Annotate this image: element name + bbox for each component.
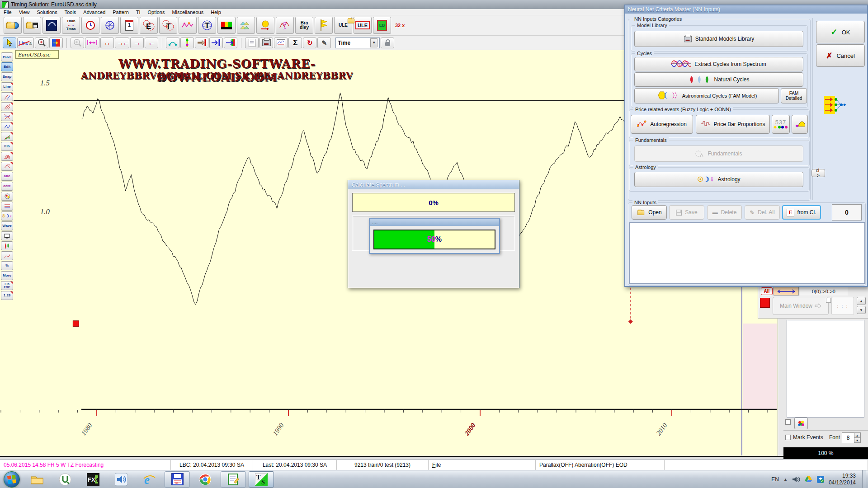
tool-screen[interactable] <box>1 231 13 240</box>
tool-line[interactable]: Line <box>1 82 13 91</box>
tool-wave[interactable]: Wave <box>1 221 13 230</box>
bicolor-flag-button[interactable] <box>49 38 63 48</box>
downloader-button[interactable] <box>42 17 61 34</box>
astrology-button[interactable]: ☉☽☿ Astrology <box>634 172 803 187</box>
taskbar-internet-explorer[interactable]: e <box>137 471 162 488</box>
flag-button[interactable] <box>315 17 333 34</box>
pole-button[interactable] <box>180 38 194 48</box>
cl-button[interactable]: cl-> <box>811 169 825 177</box>
stop-square[interactable] <box>760 298 770 308</box>
spectrum-inner-title[interactable]: .... <box>370 219 499 226</box>
chevron-down-icon[interactable]: ▼ <box>370 38 377 47</box>
tool-cross-lines[interactable] <box>1 112 13 121</box>
tool-panel[interactable]: Panel <box>1 52 13 61</box>
font-spin-arrows[interactable]: ▲▼ <box>854 433 860 443</box>
icon-row-checkbox[interactable] <box>785 419 791 425</box>
tmin-tmax-button[interactable]: Tmin←→Tmax <box>62 17 80 34</box>
print-button[interactable] <box>259 38 273 48</box>
taskbar-backup-64[interactable]: 64 <box>165 471 190 488</box>
spectrum-dialog-title[interactable]: Calculate Spectrum ... <box>348 180 519 189</box>
tool-percent[interactable]: % <box>1 261 13 270</box>
nn-dialog-title[interactable]: Neural Net Criteria Master (NN Inputs) <box>625 5 867 14</box>
save-nn-button[interactable]: Save <box>669 205 704 220</box>
natural-cycles-button[interactable]: Natural Cycles <box>634 72 803 87</box>
tool-fib-exp[interactable]: FibEXP <box>1 281 13 290</box>
save-button[interactable] <box>23 17 41 34</box>
taskbar-volume-app[interactable] <box>108 471 134 488</box>
start-button[interactable] <box>4 471 20 488</box>
taskbar-chrome[interactable] <box>193 471 218 488</box>
main-window-button[interactable]: Main Window <box>773 297 829 315</box>
standard-models-button[interactable]: Standard Models Library <box>634 31 803 47</box>
all-button[interactable]: All <box>761 287 773 295</box>
clock[interactable]: 19:33 04/12/2014 <box>829 473 858 486</box>
taskbar-fx-tool[interactable]: FX4 <box>80 471 106 488</box>
ephemeris-button[interactable]: E <box>140 17 158 34</box>
mark-events-checkbox[interactable] <box>785 435 791 440</box>
menu-options[interactable]: Options <box>144 9 169 15</box>
tool-text[interactable]: abc <box>1 172 13 181</box>
line-tool-button[interactable]: Linex <box>17 38 34 48</box>
sun-arrow-button[interactable] <box>256 17 274 34</box>
width-button[interactable] <box>85 38 99 48</box>
tray-volume-icon[interactable] <box>792 476 800 483</box>
shift-left-button[interactable]: ← <box>145 38 158 48</box>
tool-fib[interactable]: Fib <box>1 142 13 151</box>
triangle-wave-button[interactable] <box>792 115 808 134</box>
range-arrow-box[interactable] <box>774 287 799 296</box>
tool-planet-ball[interactable] <box>1 192 13 201</box>
spin-down-button[interactable]: ▼ <box>857 306 866 314</box>
report-button[interactable] <box>245 38 259 48</box>
fundamentals-button[interactable]: Fundamentals <box>634 145 803 162</box>
taskbar-explorer[interactable] <box>24 471 50 488</box>
tool-edit[interactable]: Edit <box>1 62 13 71</box>
menu-view[interactable]: View <box>15 9 33 15</box>
spin-up-button[interactable]: ▲ <box>857 297 866 305</box>
menu-advanced[interactable]: Advanced <box>80 9 109 15</box>
menu-solutions[interactable]: Solutions <box>33 9 61 15</box>
edit-tools-button[interactable]: ✎ <box>317 38 331 48</box>
timeframe-select[interactable]: Time▼ <box>335 38 380 48</box>
tool-parallel-lines[interactable] <box>1 92 13 101</box>
zoom-off-button[interactable] <box>71 38 84 48</box>
ule-open-button[interactable]: ULE <box>334 17 352 34</box>
astro-zigzag-button[interactable] <box>276 17 294 34</box>
easy-book-button[interactable]: EB <box>373 17 391 34</box>
mini-chart-button[interactable] <box>274 38 288 48</box>
open-button[interactable]: Open <box>632 205 667 220</box>
zigzag-model-button[interactable] <box>179 17 197 34</box>
price-bar-proportions-button[interactable]: Price Bar Proportions <box>696 115 770 134</box>
tool-arcs[interactable] <box>1 152 13 161</box>
zoom-in-button[interactable] <box>35 38 48 48</box>
tool-pitchfork[interactable] <box>1 162 13 171</box>
menu-file[interactable]: File <box>0 9 15 15</box>
go-to-bar-button[interactable] <box>195 38 208 48</box>
taskbar-timing-solution[interactable]: TS <box>249 471 274 488</box>
ok-button[interactable]: ✓ OK <box>816 21 865 43</box>
tray-expand-icon[interactable]: ▲ <box>783 477 788 482</box>
extract-cycles-button[interactable]: Extract Cycles from Spectrum <box>634 57 803 71</box>
menu-tools[interactable]: Tools <box>61 9 80 15</box>
color-stripes-button[interactable] <box>217 17 236 34</box>
tray-gdrive-icon[interactable] <box>805 476 812 483</box>
astronomical-cycles-button[interactable]: Astronomical Cycles (FAM Model) <box>634 88 779 103</box>
open-web-button[interactable] <box>4 17 22 34</box>
digits-537-button[interactable]: 537 <box>772 115 790 134</box>
tool-candles[interactable] <box>1 241 13 250</box>
from-cl-button[interactable]: E from Cl. <box>782 205 821 220</box>
refresh-button[interactable]: ↻ <box>303 38 316 48</box>
sum-button[interactable]: Σ <box>288 38 302 48</box>
menu-help[interactable]: Help <box>207 9 225 15</box>
autoregression-button[interactable]: Autoregression <box>631 115 693 134</box>
show-desktop-button[interactable] <box>862 470 866 488</box>
menu-pattern[interactable]: Pattern <box>109 9 132 15</box>
astro-wheel-button[interactable] <box>101 17 119 34</box>
tool-hatch-lines[interactable] <box>1 102 13 111</box>
tool-astro-symbols[interactable]: ☉☽♀ <box>1 211 13 221</box>
collapse-button[interactable]: →← <box>115 38 129 48</box>
menu-miscellaneous[interactable]: Miscellaneous <box>168 9 207 15</box>
tool-trend-arrow[interactable] <box>1 251 13 260</box>
time-globe-button[interactable]: T <box>198 17 216 34</box>
through-bar-button[interactable] <box>224 38 237 48</box>
tool-snap[interactable]: Snap <box>1 72 13 81</box>
